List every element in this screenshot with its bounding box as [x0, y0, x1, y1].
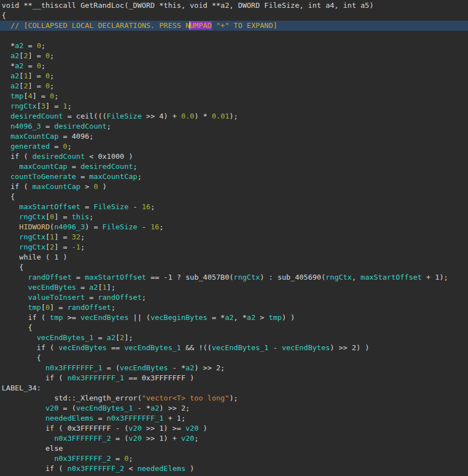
code-token[interactable]: ; — [159, 223, 164, 231]
code-token[interactable]: while ( 1 ) — [2, 253, 67, 261]
code-token[interactable]: [ — [19, 51, 23, 60]
code-token[interactable]: 1 — [102, 283, 107, 291]
code-line[interactable]: desiredCount = ceil(((FileSize >> 4) + 0… — [0, 111, 468, 121]
code-line[interactable]: *a2 = 0; — [0, 61, 468, 71]
code-token[interactable] — [2, 404, 45, 412]
code-token[interactable]: > — [256, 313, 268, 322]
code-token[interactable]: ]; — [124, 333, 133, 342]
code-token[interactable]: ] = — [54, 213, 72, 221]
code-token[interactable]: { — [2, 11, 6, 20]
code-token[interactable]: ; — [50, 82, 54, 90]
code-token[interactable]: neededElems — [138, 464, 186, 473]
code-token[interactable]: neededElems — [45, 414, 93, 422]
code-token[interactable]: a2 — [225, 313, 234, 322]
code-token[interactable] — [2, 122, 11, 130]
code-token[interactable]: vecBeginBytes — [150, 313, 207, 322]
code-token[interactable]: - — [138, 223, 150, 231]
code-token[interactable] — [2, 92, 11, 100]
code-line[interactable]: else — [0, 444, 468, 454]
code-line[interactable]: if ( maxCountCap > 0 ) — [0, 182, 468, 192]
code-line[interactable]: countToGenerate = maxCountCap; — [0, 172, 468, 182]
code-token[interactable]: < — [124, 464, 137, 473]
code-token[interactable]: a2 — [11, 82, 20, 90]
code-token[interactable]: [ — [98, 283, 102, 291]
code-token[interactable] — [2, 364, 45, 372]
code-line[interactable]: if ( tmp >= vecEndBytes || (vecBeginByte… — [0, 313, 468, 323]
code-token[interactable]: maxCountCap — [19, 162, 67, 171]
code-line[interactable]: std::_Xlength_error("vector<T> too long"… — [0, 393, 468, 403]
code-token[interactable]: n0x3FFFFFFF_1 — [107, 414, 164, 422]
code-token[interactable]: FileSize — [102, 223, 138, 231]
code-token[interactable]: 2 — [120, 333, 124, 342]
code-token[interactable]: ; — [54, 92, 59, 100]
code-token[interactable]: { — [2, 354, 41, 362]
code-token[interactable] — [2, 303, 28, 312]
code-token[interactable]: = — [76, 172, 89, 181]
code-token[interactable]: { — [2, 192, 15, 201]
code-token[interactable]: if ( — [2, 343, 59, 352]
code-line[interactable]: rngCtx[2] = -1; — [0, 242, 468, 252]
code-token[interactable] — [2, 142, 11, 150]
code-token[interactable]: ) — [98, 182, 107, 191]
code-token[interactable]: v20 — [186, 424, 198, 432]
code-line[interactable]: rngCtx[1] = 32; — [0, 232, 468, 242]
code-token[interactable]: ] = — [28, 72, 45, 80]
code-token[interactable]: maxCountCap — [32, 182, 81, 191]
code-token[interactable]: ); — [229, 112, 238, 120]
code-token[interactable]: = ( — [59, 404, 76, 412]
code-token[interactable]: n0x3FFFFFFF_2 — [67, 464, 124, 473]
code-token[interactable] — [2, 82, 11, 90]
code-token[interactable]: = — [23, 41, 36, 50]
code-token[interactable]: v20 — [45, 404, 58, 412]
code-token[interactable]: [ — [45, 233, 50, 241]
code-line[interactable]: vecEndBytes_1 = a2[2]; — [0, 333, 468, 343]
code-token[interactable]: ] = — [54, 233, 72, 241]
code-token[interactable]: 4 — [28, 92, 32, 100]
code-token[interactable]: ; — [67, 102, 72, 110]
code-token[interactable]: = — [76, 283, 89, 291]
code-token[interactable]: > — [81, 182, 93, 191]
code-token[interactable]: >> 1) + — [141, 434, 181, 442]
code-token[interactable] — [2, 112, 11, 120]
code-token[interactable]: ; — [50, 72, 54, 80]
code-token[interactable]: std::_Xlength_error( — [2, 394, 141, 402]
code-token[interactable]: { — [2, 263, 23, 271]
code-token[interactable]: a2 — [150, 404, 159, 412]
code-token[interactable]: vecEndBytes — [59, 343, 107, 352]
code-token[interactable]: = — [93, 414, 106, 422]
code-line[interactable]: if ( desiredCount < 0x1000 ) — [0, 152, 468, 162]
code-line[interactable]: a2[2] = 0; — [0, 51, 468, 61]
code-token[interactable]: n4096_3 — [54, 223, 85, 231]
code-token[interactable]: n0x3FFFFFFF_1 — [67, 374, 124, 382]
code-line[interactable]: a2[2] = 0; — [0, 81, 468, 91]
code-token[interactable]: ] = — [45, 102, 63, 110]
code-token[interactable]: - * — [133, 404, 150, 412]
code-token[interactable]: 16 — [141, 202, 150, 211]
code-token[interactable]: || ( — [129, 313, 150, 322]
code-token[interactable]: ) >> 2; — [194, 364, 225, 372]
code-token[interactable]: ); — [229, 394, 238, 402]
code-token[interactable]: vecEndBytes — [120, 364, 168, 372]
code-token[interactable]: ; — [81, 243, 85, 251]
code-token[interactable]: rngCtx — [11, 102, 37, 110]
code-token[interactable]: this — [72, 213, 89, 221]
code-token[interactable]: n0x3FFFFFFF_1 — [45, 364, 102, 372]
code-token[interactable] — [2, 223, 19, 231]
code-token[interactable]: ; — [141, 293, 146, 301]
code-token[interactable]: 0 — [45, 82, 50, 90]
code-line[interactable]: if ( n0x3FFFFFFF_2 < neededElems ) — [0, 464, 468, 474]
code-token[interactable]: generated — [11, 142, 50, 150]
code-line[interactable]: if ( n0x3FFFFFFF_1 == 0x3FFFFFFF ) — [0, 373, 468, 383]
code-token[interactable]: desiredCount — [32, 152, 85, 161]
code-token[interactable]: = * — [207, 313, 225, 322]
code-token[interactable]: a2 — [107, 333, 116, 342]
code-line[interactable]: tmp[4] = 0; — [0, 91, 468, 101]
code-token[interactable] — [2, 293, 28, 301]
code-token[interactable]: ] = — [28, 82, 45, 90]
code-token[interactable]: LABEL_34: — [2, 384, 41, 392]
code-token[interactable]: ) ) — [282, 313, 295, 322]
code-token[interactable]: rngCtx — [19, 213, 45, 221]
code-token[interactable] — [2, 202, 19, 211]
code-token[interactable]: ] = — [50, 303, 67, 312]
code-token[interactable]: == 0x3FFFFFFF ) — [124, 374, 194, 382]
